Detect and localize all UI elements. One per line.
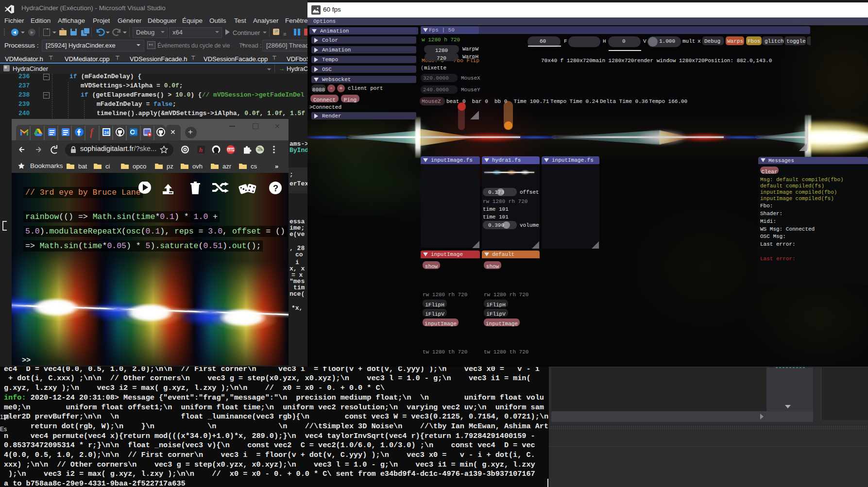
svg-text:pz: pz (167, 163, 173, 170)
svg-text:f: f (90, 127, 94, 138)
svg-text:azr: azr (222, 163, 232, 170)
svg-text:»: » (275, 163, 278, 170)
svg-text:h: h (199, 146, 203, 153)
svg-text:ABP: ABP (228, 148, 235, 151)
svg-text:bat: bat (78, 163, 87, 170)
svg-text:ci: ci (105, 163, 110, 170)
svg-text:cs: cs (251, 163, 257, 170)
svg-text:SDA: SDA (257, 149, 263, 151)
svg-text:24: 24 (104, 130, 109, 135)
svg-text:opco: opco (133, 163, 146, 170)
svg-text:ovh: ovh (192, 163, 203, 170)
svg-text:?: ? (273, 184, 278, 193)
